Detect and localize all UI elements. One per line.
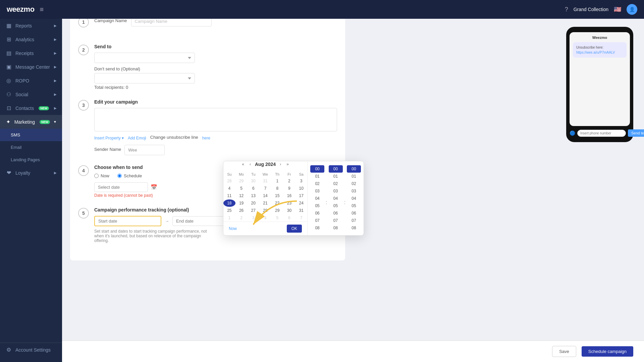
time-item[interactable]: 00 [347, 165, 361, 173]
cal-day[interactable]: 28 [259, 207, 271, 214]
cal-day[interactable]: 7 [295, 214, 307, 222]
time-item[interactable]: 01 [310, 173, 324, 180]
sidebar-item-email[interactable]: Email [0, 141, 62, 154]
cal-day[interactable]: 18 [223, 199, 235, 207]
cal-day[interactable]: 9 [283, 185, 296, 192]
cal-day[interactable]: 2 [283, 177, 296, 185]
here-link[interactable]: here [202, 136, 210, 140]
time-item[interactable]: 05 [329, 202, 343, 209]
cal-day[interactable]: 31 [259, 177, 271, 185]
select-date-input[interactable] [94, 182, 148, 192]
cal-day[interactable]: 3 [247, 214, 259, 222]
time-item[interactable]: 01 [347, 173, 361, 180]
cal-day[interactable]: 26 [235, 207, 248, 214]
time-item[interactable]: 02 [329, 180, 343, 187]
sidebar-item-analytics[interactable]: ⊞ Analytics ▶ [0, 33, 62, 46]
start-date-input[interactable] [94, 216, 161, 226]
cal-next-next[interactable]: » [285, 161, 290, 167]
cal-day[interactable]: 10 [295, 185, 307, 192]
phone-number-input[interactable] [577, 130, 626, 137]
time-item[interactable]: 09 [347, 232, 361, 232]
end-date-input[interactable] [172, 216, 226, 226]
help-icon[interactable]: ? [565, 6, 568, 13]
time-item[interactable]: 07 [347, 217, 361, 224]
calendar-icon[interactable]: 📅 [151, 184, 157, 190]
seconds-scroll[interactable]: 0001020304050607080910111213141516171819… [347, 165, 361, 232]
dont-send-select[interactable] [94, 73, 195, 83]
time-item[interactable]: 02 [310, 180, 324, 187]
cal-day[interactable]: 30 [247, 177, 259, 185]
cal-day[interactable]: 8 [271, 185, 283, 192]
cal-day[interactable]: 2 [235, 214, 248, 222]
hamburger-menu[interactable]: ≡ [40, 6, 44, 13]
time-item[interactable]: 05 [347, 202, 361, 209]
cal-day[interactable]: 24 [295, 199, 307, 207]
cal-day[interactable]: 21 [259, 199, 271, 207]
time-item[interactable]: 07 [329, 217, 343, 224]
cal-day[interactable]: 16 [283, 192, 296, 199]
send-test-button[interactable]: Send test [628, 129, 644, 137]
user-avatar[interactable]: 👤 [627, 4, 637, 15]
time-item[interactable]: 00 [310, 165, 324, 173]
sidebar-item-receipts[interactable]: ▤ Receipts ▶ [0, 46, 62, 60]
time-item[interactable]: 09 [310, 232, 324, 232]
time-item[interactable]: 05 [310, 202, 324, 209]
time-item[interactable]: 03 [347, 187, 361, 195]
time-item[interactable]: 08 [310, 224, 324, 232]
sidebar-item-contacts[interactable]: ⊡ Contacts NEW ▶ [0, 101, 62, 115]
sidebar-item-ropo[interactable]: ◎ ROPO ▶ [0, 74, 62, 87]
time-item[interactable]: 03 [310, 187, 324, 195]
sidebar-item-marketing[interactable]: ✦ Marketing NEW ▼ [0, 115, 62, 129]
time-item[interactable]: 07 [310, 217, 324, 224]
radio-now-input[interactable] [94, 174, 99, 178]
cal-day[interactable]: 20 [247, 199, 259, 207]
cal-day[interactable]: 31 [295, 207, 307, 214]
sidebar-item-loyalty[interactable]: ❤ Loyalty ▶ [0, 166, 62, 180]
cal-day[interactable]: 13 [247, 192, 259, 199]
cal-next[interactable]: › [278, 161, 282, 167]
cal-day[interactable]: 1 [223, 214, 235, 222]
add-emoji-btn[interactable]: Add Emoji [128, 136, 146, 140]
time-item[interactable]: 08 [329, 224, 343, 232]
time-item[interactable]: 06 [310, 209, 324, 217]
cal-day[interactable]: 17 [295, 192, 307, 199]
time-item[interactable]: 09 [329, 232, 343, 232]
time-item[interactable]: 03 [329, 187, 343, 195]
cal-day[interactable]: 28 [223, 177, 235, 185]
cal-day[interactable]: 27 [247, 207, 259, 214]
cal-day[interactable]: 19 [235, 199, 248, 207]
cal-day[interactable]: 14 [259, 192, 271, 199]
sidebar-item-social[interactable]: ⚇ Social ▶ [0, 87, 62, 101]
radio-schedule[interactable]: Schedule [117, 173, 142, 178]
campaign-editor[interactable] [94, 108, 337, 131]
time-item[interactable]: 04 [347, 195, 361, 202]
cal-day[interactable]: 12 [235, 192, 248, 199]
minutes-scroll[interactable]: 0001020304050607080910111213141516171819… [329, 165, 343, 232]
time-item[interactable]: 06 [347, 209, 361, 217]
cal-day[interactable]: 4 [223, 185, 235, 192]
cal-now-button[interactable]: Now [229, 226, 237, 231]
cal-prev-prev[interactable]: « [240, 161, 246, 167]
cal-day[interactable]: 6 [247, 185, 259, 192]
cal-day[interactable]: 1 [271, 177, 283, 185]
cal-ok-button[interactable]: OK [287, 225, 302, 233]
time-item[interactable]: 01 [329, 173, 343, 180]
radio-now[interactable]: Now [94, 173, 109, 178]
insert-property-btn[interactable]: Insert Property ▾ [94, 136, 124, 140]
cal-day[interactable]: 5 [271, 214, 283, 222]
send-to-select[interactable] [94, 53, 195, 63]
cal-day[interactable]: 6 [283, 214, 296, 222]
sidebar-item-account-settings[interactable]: ⚙ Account Settings [0, 343, 62, 343]
cal-day[interactable]: 29 [235, 177, 248, 185]
cal-day[interactable]: 5 [235, 185, 248, 192]
time-item[interactable]: 08 [347, 224, 361, 232]
sidebar-item-sms[interactable]: SMS [0, 129, 62, 141]
cal-day[interactable]: 15 [271, 192, 283, 199]
radio-schedule-input[interactable] [117, 174, 122, 178]
cal-day[interactable]: 23 [283, 199, 296, 207]
sender-name-input[interactable] [124, 145, 165, 155]
cal-day[interactable]: 25 [223, 207, 235, 214]
sidebar-item-message-center[interactable]: ▣ Message Center ▶ [0, 60, 62, 74]
time-item[interactable]: 04 [310, 195, 324, 202]
cal-day[interactable]: 29 [271, 207, 283, 214]
